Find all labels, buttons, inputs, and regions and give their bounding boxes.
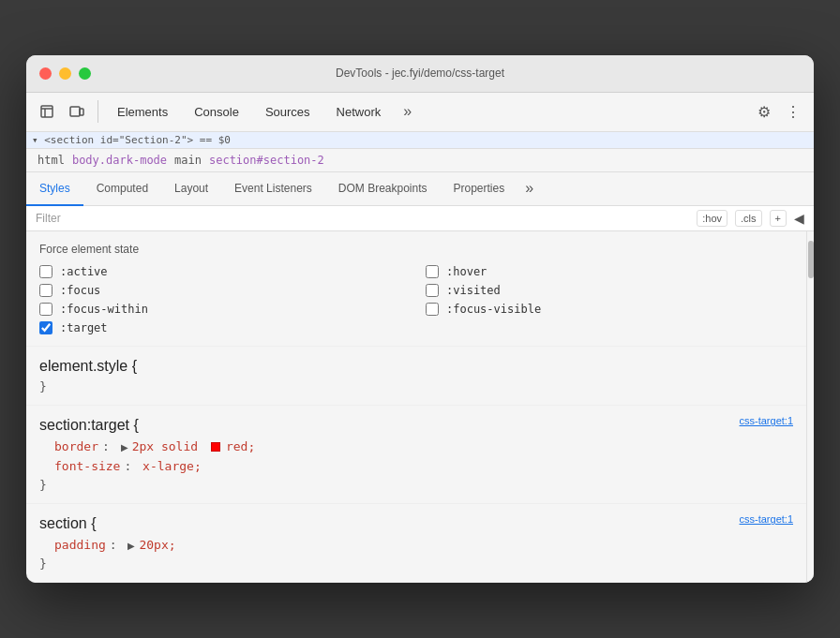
css-border-value-2: red; bbox=[226, 438, 255, 457]
minimize-button[interactable] bbox=[59, 67, 71, 80]
titlebar: DevTools - jec.fyi/demo/css-target bbox=[26, 55, 814, 93]
breadcrumb-section[interactable]: section#section-2 bbox=[209, 154, 324, 167]
scrollbar-track[interactable] bbox=[806, 231, 814, 584]
tab-properties[interactable]: Properties bbox=[441, 172, 518, 206]
hover-checkbox[interactable] bbox=[426, 265, 439, 278]
css-colon-3: : bbox=[110, 536, 125, 556]
styles-tabs-more-button[interactable]: » bbox=[518, 176, 541, 200]
css-padding-value: 20px; bbox=[139, 536, 175, 556]
cls-button[interactable]: .cls bbox=[735, 210, 762, 227]
css-fontsize-line: font-size : x-large; bbox=[39, 457, 793, 477]
css-selector-section-target: section:target { bbox=[39, 413, 139, 438]
maximize-button[interactable] bbox=[79, 67, 91, 80]
svg-rect-3 bbox=[70, 107, 80, 116]
breadcrumb: html body.dark-mode main section#section… bbox=[26, 149, 814, 172]
state-active: :active bbox=[39, 265, 407, 278]
close-button[interactable] bbox=[39, 67, 52, 80]
css-fontsize-value: x-large; bbox=[142, 457, 202, 477]
sidebar-toggle-button[interactable]: ◀ bbox=[794, 211, 804, 226]
window-title: DevTools - jec.fyi/demo/css-target bbox=[336, 67, 504, 80]
window-controls bbox=[39, 67, 91, 80]
css-colon-2: : bbox=[124, 457, 139, 477]
color-swatch-red[interactable] bbox=[211, 442, 220, 452]
hov-button[interactable]: :hov bbox=[697, 210, 728, 227]
css-padding-prop: padding bbox=[54, 536, 106, 556]
focus-visible-checkbox[interactable] bbox=[426, 303, 439, 316]
state-grid: :active :hover :focus :visited bbox=[39, 265, 793, 334]
css-rule-element-style-close: } bbox=[39, 378, 793, 397]
filter-input[interactable] bbox=[36, 212, 689, 225]
scrollbar-thumb[interactable] bbox=[808, 241, 814, 278]
force-state-title: Force element state bbox=[39, 243, 793, 256]
add-style-button[interactable]: + bbox=[770, 210, 787, 227]
css-padding-line: padding : ▶ 20px; bbox=[39, 536, 793, 556]
devtools-window: DevTools - jec.fyi/demo/css-target Eleme… bbox=[26, 55, 814, 584]
state-focus-within: :focus-within bbox=[39, 303, 407, 316]
hover-label: :hover bbox=[446, 265, 487, 278]
css-rule-section-target-close: } bbox=[39, 476, 793, 496]
expand-padding-button[interactable]: ▶ bbox=[128, 541, 135, 551]
css-rule-section-target-header: section:target { css-target:1 bbox=[39, 413, 793, 438]
expand-border-button[interactable]: ▶ bbox=[121, 442, 128, 453]
breadcrumb-html[interactable]: html bbox=[38, 154, 65, 167]
breadcrumb-body[interactable]: body.dark-mode bbox=[72, 154, 167, 167]
focus-checkbox[interactable] bbox=[39, 284, 52, 297]
tab-computed[interactable]: Computed bbox=[83, 172, 161, 206]
css-rule-element-style: element.style { } bbox=[26, 347, 806, 406]
tab-dom-breakpoints[interactable]: DOM Breakpoints bbox=[325, 172, 441, 206]
visited-checkbox[interactable] bbox=[426, 284, 439, 297]
focus-within-label: :focus-within bbox=[60, 303, 148, 316]
svg-rect-0 bbox=[41, 106, 52, 117]
toolbar-divider bbox=[98, 100, 98, 123]
css-border-value-1: 2px solid bbox=[132, 438, 205, 457]
css-source-section[interactable]: css-target:1 bbox=[740, 512, 793, 528]
state-focus-visible: :focus-visible bbox=[426, 303, 793, 316]
active-checkbox[interactable] bbox=[39, 265, 52, 278]
state-hover: :hover bbox=[426, 265, 793, 278]
target-label: :target bbox=[60, 321, 108, 334]
css-source-target[interactable]: css-target:1 bbox=[740, 413, 793, 430]
css-rule-section: section { css-target:1 padding : ▶ 20px;… bbox=[26, 504, 806, 583]
tab-event-listeners[interactable]: Event Listeners bbox=[221, 172, 325, 206]
visited-label: :visited bbox=[446, 284, 501, 297]
state-visited: :visited bbox=[426, 284, 793, 297]
focus-label: :focus bbox=[60, 284, 100, 297]
devtools-toolbar: Elements Console Sources Network » ⚙ ⋮ bbox=[26, 93, 814, 132]
dom-selected-text: ▾ <section id="Section-2"> == $0 bbox=[32, 134, 231, 146]
css-selector-section: section { bbox=[39, 512, 96, 536]
css-rule-section-target: section:target { css-target:1 border : ▶… bbox=[26, 406, 806, 504]
breadcrumb-main[interactable]: main bbox=[174, 154, 202, 167]
state-target: :target bbox=[39, 321, 407, 334]
css-fontsize-prop: font-size bbox=[54, 457, 120, 477]
css-selector-element-style: element.style { bbox=[39, 354, 137, 378]
css-colon-1: : bbox=[102, 438, 117, 457]
styles-panel: Force element state :active :hover :focu… bbox=[26, 231, 814, 584]
styles-main-panel: Force element state :active :hover :focu… bbox=[26, 231, 806, 584]
css-rule-section-close: } bbox=[39, 555, 793, 574]
css-border-line: border : ▶ 2px solid red; bbox=[39, 438, 793, 457]
active-label: :active bbox=[60, 265, 108, 278]
focus-within-checkbox[interactable] bbox=[39, 303, 52, 316]
toolbar-more-button[interactable]: » bbox=[396, 99, 419, 124]
tab-network[interactable]: Network bbox=[325, 97, 393, 126]
tab-sources[interactable]: Sources bbox=[254, 97, 322, 126]
force-element-state-section: Force element state :active :hover :focu… bbox=[26, 231, 806, 347]
target-checkbox[interactable] bbox=[39, 321, 52, 334]
dom-selected-element: ▾ <section id="Section-2"> == $0 bbox=[26, 132, 814, 149]
device-toggle-button[interactable] bbox=[64, 98, 90, 125]
settings-button[interactable]: ⚙ bbox=[752, 97, 776, 126]
state-focus: :focus bbox=[39, 284, 407, 297]
tab-styles[interactable]: Styles bbox=[26, 172, 83, 206]
svg-rect-4 bbox=[80, 109, 83, 115]
more-options-button[interactable]: ⋮ bbox=[780, 97, 806, 126]
filter-bar: :hov .cls + ◀ bbox=[26, 206, 814, 231]
styles-panel-tabs: Styles Computed Layout Event Listeners D… bbox=[26, 172, 814, 206]
css-rule-section-header: section { css-target:1 bbox=[39, 512, 793, 536]
tab-elements[interactable]: Elements bbox=[106, 97, 179, 126]
css-rule-element-style-header: element.style { bbox=[39, 354, 793, 378]
tab-console[interactable]: Console bbox=[183, 97, 250, 126]
css-border-prop: border bbox=[54, 438, 98, 457]
focus-visible-label: :focus-visible bbox=[446, 303, 541, 316]
inspect-element-button[interactable] bbox=[34, 98, 60, 125]
tab-layout[interactable]: Layout bbox=[161, 172, 221, 206]
